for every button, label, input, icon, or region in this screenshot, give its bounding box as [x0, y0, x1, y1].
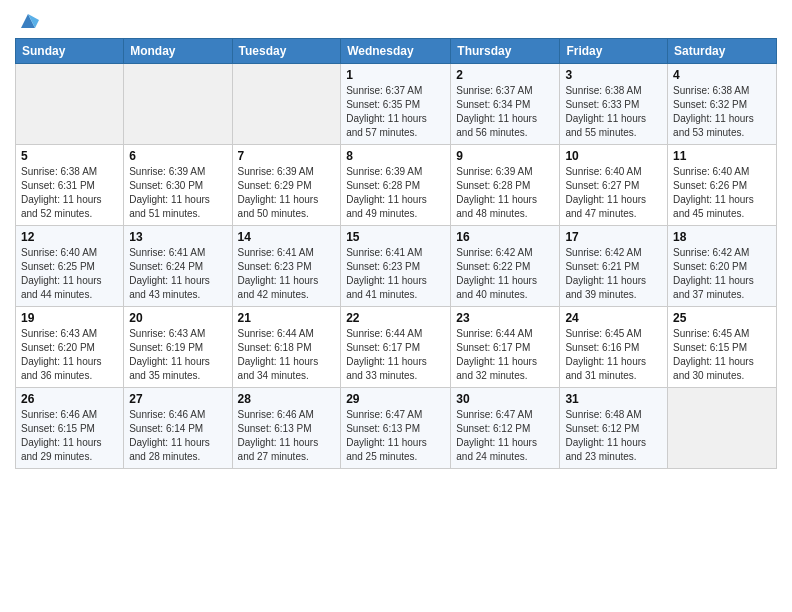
calendar-cell: 3Sunrise: 6:38 AMSunset: 6:33 PMDaylight…	[560, 64, 668, 145]
day-info: Sunrise: 6:38 AMSunset: 6:31 PMDaylight:…	[21, 165, 118, 221]
day-number: 23	[456, 311, 554, 325]
calendar-week-row: 26Sunrise: 6:46 AMSunset: 6:15 PMDayligh…	[16, 388, 777, 469]
day-number: 9	[456, 149, 554, 163]
calendar-cell: 30Sunrise: 6:47 AMSunset: 6:12 PMDayligh…	[451, 388, 560, 469]
day-info: Sunrise: 6:37 AMSunset: 6:34 PMDaylight:…	[456, 84, 554, 140]
day-info: Sunrise: 6:44 AMSunset: 6:17 PMDaylight:…	[346, 327, 445, 383]
calendar-cell: 17Sunrise: 6:42 AMSunset: 6:21 PMDayligh…	[560, 226, 668, 307]
calendar-cell: 1Sunrise: 6:37 AMSunset: 6:35 PMDaylight…	[341, 64, 451, 145]
day-number: 15	[346, 230, 445, 244]
day-number: 3	[565, 68, 662, 82]
day-info: Sunrise: 6:43 AMSunset: 6:20 PMDaylight:…	[21, 327, 118, 383]
calendar-cell: 26Sunrise: 6:46 AMSunset: 6:15 PMDayligh…	[16, 388, 124, 469]
calendar-cell: 10Sunrise: 6:40 AMSunset: 6:27 PMDayligh…	[560, 145, 668, 226]
day-info: Sunrise: 6:42 AMSunset: 6:22 PMDaylight:…	[456, 246, 554, 302]
day-info: Sunrise: 6:46 AMSunset: 6:15 PMDaylight:…	[21, 408, 118, 464]
day-info: Sunrise: 6:44 AMSunset: 6:17 PMDaylight:…	[456, 327, 554, 383]
day-info: Sunrise: 6:37 AMSunset: 6:35 PMDaylight:…	[346, 84, 445, 140]
page-container: SundayMondayTuesdayWednesdayThursdayFrid…	[0, 0, 792, 479]
day-number: 11	[673, 149, 771, 163]
day-info: Sunrise: 6:39 AMSunset: 6:28 PMDaylight:…	[346, 165, 445, 221]
day-number: 8	[346, 149, 445, 163]
calendar-cell	[16, 64, 124, 145]
calendar-week-row: 5Sunrise: 6:38 AMSunset: 6:31 PMDaylight…	[16, 145, 777, 226]
day-number: 4	[673, 68, 771, 82]
day-info: Sunrise: 6:40 AMSunset: 6:25 PMDaylight:…	[21, 246, 118, 302]
day-number: 1	[346, 68, 445, 82]
calendar-cell	[668, 388, 777, 469]
calendar-cell: 13Sunrise: 6:41 AMSunset: 6:24 PMDayligh…	[124, 226, 232, 307]
day-info: Sunrise: 6:39 AMSunset: 6:29 PMDaylight:…	[238, 165, 336, 221]
day-number: 13	[129, 230, 226, 244]
day-number: 31	[565, 392, 662, 406]
day-number: 27	[129, 392, 226, 406]
day-number: 14	[238, 230, 336, 244]
calendar-cell: 2Sunrise: 6:37 AMSunset: 6:34 PMDaylight…	[451, 64, 560, 145]
calendar-day-header: Sunday	[16, 39, 124, 64]
day-info: Sunrise: 6:47 AMSunset: 6:13 PMDaylight:…	[346, 408, 445, 464]
logo-icon	[17, 10, 39, 32]
day-number: 17	[565, 230, 662, 244]
calendar-cell: 19Sunrise: 6:43 AMSunset: 6:20 PMDayligh…	[16, 307, 124, 388]
day-number: 24	[565, 311, 662, 325]
calendar-day-header: Wednesday	[341, 39, 451, 64]
day-info: Sunrise: 6:41 AMSunset: 6:23 PMDaylight:…	[346, 246, 445, 302]
day-info: Sunrise: 6:45 AMSunset: 6:16 PMDaylight:…	[565, 327, 662, 383]
day-info: Sunrise: 6:38 AMSunset: 6:33 PMDaylight:…	[565, 84, 662, 140]
calendar-cell: 14Sunrise: 6:41 AMSunset: 6:23 PMDayligh…	[232, 226, 341, 307]
calendar-cell: 31Sunrise: 6:48 AMSunset: 6:12 PMDayligh…	[560, 388, 668, 469]
calendar-day-header: Thursday	[451, 39, 560, 64]
day-number: 5	[21, 149, 118, 163]
day-info: Sunrise: 6:38 AMSunset: 6:32 PMDaylight:…	[673, 84, 771, 140]
calendar-day-header: Saturday	[668, 39, 777, 64]
calendar-day-header: Tuesday	[232, 39, 341, 64]
day-number: 30	[456, 392, 554, 406]
calendar-cell: 24Sunrise: 6:45 AMSunset: 6:16 PMDayligh…	[560, 307, 668, 388]
day-info: Sunrise: 6:39 AMSunset: 6:28 PMDaylight:…	[456, 165, 554, 221]
day-info: Sunrise: 6:40 AMSunset: 6:27 PMDaylight:…	[565, 165, 662, 221]
day-info: Sunrise: 6:45 AMSunset: 6:15 PMDaylight:…	[673, 327, 771, 383]
calendar-cell: 9Sunrise: 6:39 AMSunset: 6:28 PMDaylight…	[451, 145, 560, 226]
day-number: 19	[21, 311, 118, 325]
day-info: Sunrise: 6:46 AMSunset: 6:13 PMDaylight:…	[238, 408, 336, 464]
day-info: Sunrise: 6:40 AMSunset: 6:26 PMDaylight:…	[673, 165, 771, 221]
day-info: Sunrise: 6:42 AMSunset: 6:20 PMDaylight:…	[673, 246, 771, 302]
day-number: 12	[21, 230, 118, 244]
day-number: 22	[346, 311, 445, 325]
day-info: Sunrise: 6:48 AMSunset: 6:12 PMDaylight:…	[565, 408, 662, 464]
calendar-cell: 20Sunrise: 6:43 AMSunset: 6:19 PMDayligh…	[124, 307, 232, 388]
calendar-cell: 18Sunrise: 6:42 AMSunset: 6:20 PMDayligh…	[668, 226, 777, 307]
day-info: Sunrise: 6:43 AMSunset: 6:19 PMDaylight:…	[129, 327, 226, 383]
day-info: Sunrise: 6:44 AMSunset: 6:18 PMDaylight:…	[238, 327, 336, 383]
calendar-cell: 5Sunrise: 6:38 AMSunset: 6:31 PMDaylight…	[16, 145, 124, 226]
calendar-cell: 16Sunrise: 6:42 AMSunset: 6:22 PMDayligh…	[451, 226, 560, 307]
calendar-week-row: 19Sunrise: 6:43 AMSunset: 6:20 PMDayligh…	[16, 307, 777, 388]
calendar-cell: 12Sunrise: 6:40 AMSunset: 6:25 PMDayligh…	[16, 226, 124, 307]
calendar-cell: 7Sunrise: 6:39 AMSunset: 6:29 PMDaylight…	[232, 145, 341, 226]
day-info: Sunrise: 6:46 AMSunset: 6:14 PMDaylight:…	[129, 408, 226, 464]
calendar-cell: 6Sunrise: 6:39 AMSunset: 6:30 PMDaylight…	[124, 145, 232, 226]
day-number: 28	[238, 392, 336, 406]
calendar-table: SundayMondayTuesdayWednesdayThursdayFrid…	[15, 38, 777, 469]
day-info: Sunrise: 6:39 AMSunset: 6:30 PMDaylight:…	[129, 165, 226, 221]
logo	[15, 10, 39, 30]
calendar-cell: 25Sunrise: 6:45 AMSunset: 6:15 PMDayligh…	[668, 307, 777, 388]
day-number: 6	[129, 149, 226, 163]
calendar-cell: 27Sunrise: 6:46 AMSunset: 6:14 PMDayligh…	[124, 388, 232, 469]
calendar-cell: 11Sunrise: 6:40 AMSunset: 6:26 PMDayligh…	[668, 145, 777, 226]
day-number: 26	[21, 392, 118, 406]
day-number: 29	[346, 392, 445, 406]
calendar-cell: 21Sunrise: 6:44 AMSunset: 6:18 PMDayligh…	[232, 307, 341, 388]
calendar-cell: 29Sunrise: 6:47 AMSunset: 6:13 PMDayligh…	[341, 388, 451, 469]
calendar-cell: 28Sunrise: 6:46 AMSunset: 6:13 PMDayligh…	[232, 388, 341, 469]
day-number: 2	[456, 68, 554, 82]
day-number: 25	[673, 311, 771, 325]
calendar-cell: 22Sunrise: 6:44 AMSunset: 6:17 PMDayligh…	[341, 307, 451, 388]
day-number: 20	[129, 311, 226, 325]
day-info: Sunrise: 6:47 AMSunset: 6:12 PMDaylight:…	[456, 408, 554, 464]
calendar-day-header: Monday	[124, 39, 232, 64]
day-number: 21	[238, 311, 336, 325]
calendar-cell: 8Sunrise: 6:39 AMSunset: 6:28 PMDaylight…	[341, 145, 451, 226]
day-number: 18	[673, 230, 771, 244]
day-info: Sunrise: 6:42 AMSunset: 6:21 PMDaylight:…	[565, 246, 662, 302]
